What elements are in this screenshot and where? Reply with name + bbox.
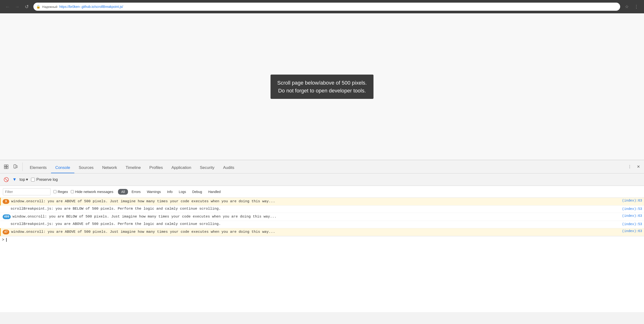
bookmark-button[interactable]: ☆	[623, 3, 631, 10]
page-message-line2: Do not forget to open developer tools.	[278, 88, 366, 94]
devtools-more-button[interactable]: ⋮	[626, 163, 634, 171]
prompt-arrow: >	[2, 238, 4, 242]
svg-rect-1	[6, 165, 8, 167]
console-row: 9 window.onscroll: you are ABOVE of 500 …	[0, 198, 644, 206]
console-message: window.onscroll: you are BELOW of 500 pi…	[13, 214, 617, 220]
filter-handled-button[interactable]: Handled	[206, 189, 223, 195]
page-message-line1: Scroll page below/above of 500 pixels.	[277, 80, 366, 86]
chrome-actions: ☆ ⋮	[623, 3, 640, 10]
svg-rect-3	[6, 167, 8, 169]
regex-checkbox[interactable]	[54, 190, 56, 193]
main-content: Scroll page below/above of 500 pixels. D…	[0, 13, 644, 160]
tab-elements[interactable]: Elements	[26, 163, 51, 173]
devtools-close-button[interactable]: ✕	[634, 163, 642, 171]
menu-button[interactable]: ⋮	[632, 3, 640, 10]
forward-button[interactable]: →	[13, 3, 21, 10]
filter-debug-button[interactable]: Debug	[190, 189, 204, 195]
svg-rect-2	[4, 167, 6, 169]
svg-rect-0	[4, 165, 6, 167]
console-sub-source-link[interactable]: (index):53	[617, 222, 642, 226]
console-clear-button[interactable]: 🚫	[3, 176, 10, 183]
console-output: 9 window.onscroll: you are ABOVE of 500 …	[0, 198, 644, 312]
reload-button[interactable]: ↺	[23, 3, 30, 10]
filter-buttons: All Errors Warnings Info Logs Debug Hand…	[118, 189, 223, 195]
console-source-link[interactable]: (index):63	[617, 199, 642, 203]
console-badge: 409	[2, 214, 11, 219]
hide-network-text: Hide network messages	[75, 190, 113, 194]
tab-timeline[interactable]: Timeline	[121, 163, 145, 173]
filter-info-button[interactable]: Info	[164, 189, 175, 195]
hide-network-label[interactable]: Hide network messages	[71, 190, 113, 194]
console-row: 47 window.onscroll: you are ABOVE of 500…	[0, 228, 644, 236]
console-sub-message: scrollBreakpoint.js: you are BELOW of 50…	[10, 206, 617, 212]
devtools-panel: Elements Console Sources Network Timelin…	[0, 160, 644, 324]
page-message: Scroll page below/above of 500 pixels. D…	[270, 75, 373, 99]
preserve-log-checkbox[interactable]	[31, 178, 35, 182]
top-label: top	[20, 177, 25, 182]
devtools-icons	[2, 162, 23, 171]
filter-all-button[interactable]: All	[118, 189, 128, 195]
console-row: 409 window.onscroll: you are BELOW of 50…	[0, 213, 644, 221]
console-message: window.onscroll: you are ABOVE of 500 pi…	[11, 199, 617, 204]
svg-rect-6	[16, 166, 18, 168]
url-text: https://br0ken-.github.io/scrollBreakpoi…	[59, 5, 123, 8]
regex-text-label: Regex	[58, 190, 68, 194]
devtools-tabs: Elements Console Sources Network Timelin…	[26, 160, 626, 173]
regex-label[interactable]: All Regex	[54, 190, 68, 194]
address-bar[interactable]: 🔒 Надежный https://br0ken-.github.io/scr…	[33, 2, 620, 11]
console-source-link[interactable]: (index):63	[617, 229, 642, 233]
inspect-element-button[interactable]	[2, 162, 10, 171]
back-button[interactable]: ←	[4, 3, 12, 10]
context-dropdown-icon: ▾	[26, 177, 28, 182]
tab-network[interactable]: Network	[98, 163, 121, 173]
console-sub-row: scrollBreakpoint.js: you are ABOVE of 50…	[0, 221, 644, 228]
tab-application[interactable]: Application	[167, 163, 196, 173]
tab-audits[interactable]: Audits	[219, 163, 238, 173]
console-filter-bar: 🚫 ▼ top ▾ Preserve log	[0, 173, 644, 186]
preserve-log-text: Preserve log	[36, 177, 58, 182]
devtools-toolbar-actions: ⋮ ✕	[626, 163, 642, 171]
hide-network-checkbox[interactable]	[71, 190, 74, 193]
device-toolbar-button[interactable]	[11, 162, 20, 171]
filter-errors-button[interactable]: Errors	[129, 189, 143, 195]
console-badge: 47	[2, 230, 9, 234]
console-sub-row: scrollBreakpoint.js: you are BELOW of 50…	[0, 206, 644, 213]
console-badge: 9	[2, 199, 9, 204]
preserve-log-label[interactable]: Preserve log	[31, 177, 58, 182]
console-sub-source-link[interactable]: (index):53	[617, 207, 642, 211]
lock-icon: 🔒	[36, 5, 40, 8]
filter-input-row: All Regex Hide network messages All Erro…	[0, 186, 644, 198]
console-message: window.onscroll: you are ABOVE of 500 pi…	[11, 229, 617, 235]
tab-security[interactable]: Security	[196, 163, 218, 173]
tab-profiles[interactable]: Profiles	[145, 163, 167, 173]
devtools-toolbar: Elements Console Sources Network Timelin…	[0, 160, 644, 173]
secure-text: Надежный	[42, 5, 58, 8]
nav-buttons: ← → ↺	[4, 3, 30, 10]
tab-sources[interactable]: Sources	[74, 163, 98, 173]
filter-warnings-button[interactable]: Warnings	[144, 189, 164, 195]
filter-icon: ▼	[12, 177, 17, 182]
filter-input[interactable]	[3, 188, 50, 195]
tab-console[interactable]: Console	[51, 163, 74, 173]
console-sub-message: scrollBreakpoint.js: you are ABOVE of 50…	[10, 221, 617, 227]
top-context-selector[interactable]: top ▾	[20, 177, 28, 182]
prompt-cursor	[6, 238, 7, 242]
console-prompt[interactable]: >	[0, 236, 644, 244]
console-source-link[interactable]: (index):63	[617, 214, 642, 218]
filter-logs-button[interactable]: Logs	[176, 189, 188, 195]
browser-chrome: ← → ↺ 🔒 Надежный https://br0ken-.github.…	[0, 0, 644, 13]
